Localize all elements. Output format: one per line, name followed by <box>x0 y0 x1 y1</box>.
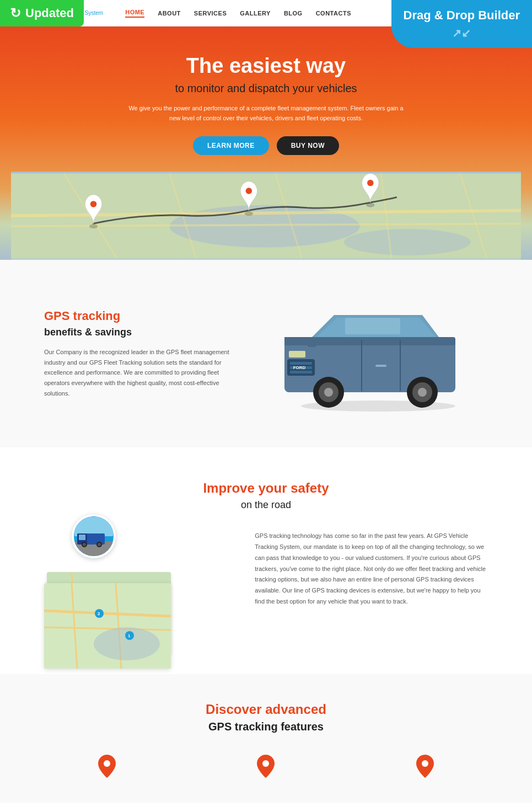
svg-rect-37 <box>74 517 113 536</box>
svg-point-14 <box>366 203 374 207</box>
safety-body: GPS tracking technology has come so far … <box>255 531 488 607</box>
svg-point-63 <box>262 760 269 767</box>
nav-services[interactable]: SERVICES <box>194 10 227 17</box>
hero-description: We give you the power and performance of… <box>123 104 410 123</box>
hero-subtitle: to monitor and dispatch your vehicles <box>11 82 521 95</box>
safety-content: 2 1 3 <box>44 531 488 652</box>
safety-heading-dark: on the road <box>44 499 488 511</box>
svg-rect-26 <box>289 351 305 357</box>
discover-section: Discover advanced GPS tracking features <box>0 674 532 803</box>
svg-point-30 <box>324 388 333 397</box>
svg-point-43 <box>83 543 86 546</box>
feature-icon-2 <box>252 753 280 781</box>
svg-rect-19 <box>345 318 400 334</box>
dnd-badge: Drag & Drop Builder ↗↙ <box>391 0 532 48</box>
gps-body: Our Company is the recognized leader in … <box>44 347 236 398</box>
svg-point-45 <box>98 543 101 546</box>
nav-blog[interactable]: BLOG <box>284 10 303 17</box>
discover-heading-orange: Discover advanced <box>44 702 488 717</box>
updated-label: Updated <box>25 6 74 20</box>
hero-map <box>11 172 521 260</box>
gps-heading-orange: GPS tracking <box>44 309 236 323</box>
svg-text:1: 1 <box>128 633 131 638</box>
main-nav: HOME ABOUT SERVICES GALLERY BLOG CONTACT… <box>125 9 351 18</box>
updated-badge: ↻ Updated <box>0 0 84 26</box>
svg-point-64 <box>422 760 428 767</box>
gps-text: GPS tracking benefits & savings Our Comp… <box>44 309 236 398</box>
feature-icon-1 <box>93 753 121 781</box>
svg-text:FORD: FORD <box>293 365 306 370</box>
nav-about[interactable]: ABOUT <box>158 10 181 17</box>
safety-section: Improve your safety on the road <box>0 447 532 674</box>
map-stack: 2 1 3 <box>44 531 238 652</box>
gps-section: GPS tracking benefits & savings Our Comp… <box>0 260 532 447</box>
svg-point-12 <box>245 212 253 216</box>
svg-point-2 <box>344 229 471 255</box>
feature-icon-3 <box>411 753 439 781</box>
svg-point-13 <box>246 188 252 194</box>
svg-rect-35 <box>308 341 316 347</box>
learn-more-button[interactable]: LEARN MORE <box>193 136 269 155</box>
discover-heading-dark: GPS tracking features <box>44 720 488 733</box>
truck-circle <box>72 514 116 558</box>
svg-point-33 <box>418 388 427 397</box>
svg-rect-23 <box>290 362 312 365</box>
dnd-line1: Drag & Drop <box>404 8 475 22</box>
safety-text: GPS tracking technology has come so far … <box>255 531 488 607</box>
svg-rect-34 <box>375 365 386 367</box>
van-svg: FORD <box>268 293 477 414</box>
svg-rect-25 <box>290 371 312 373</box>
buy-now-button[interactable]: BUY NOW <box>277 136 339 155</box>
svg-point-10 <box>89 225 98 229</box>
svg-text:2: 2 <box>98 611 100 616</box>
svg-rect-41 <box>79 535 85 540</box>
safety-heading-orange: Improve your safety <box>44 481 488 496</box>
features-row <box>44 753 488 781</box>
hero-title: The easiest way <box>11 54 521 78</box>
svg-point-62 <box>104 760 110 767</box>
gps-heading-dark: benefits & savings <box>44 327 236 338</box>
dnd-arrow-icon: ↗↙ <box>404 26 520 40</box>
van-image: FORD <box>258 293 488 414</box>
nav-gallery[interactable]: GALLERY <box>240 10 271 17</box>
hero-buttons: LEARN MORE BUY NOW <box>11 136 521 155</box>
sync-icon: ↻ <box>10 6 21 21</box>
svg-point-15 <box>367 180 374 186</box>
hero-section: The easiest way to monitor and dispatch … <box>0 26 532 260</box>
svg-point-11 <box>90 201 97 207</box>
nav-home[interactable]: HOME <box>125 9 144 18</box>
dnd-line2: Builder <box>478 8 520 22</box>
nav-contacts[interactable]: CONTACTS <box>316 10 351 17</box>
